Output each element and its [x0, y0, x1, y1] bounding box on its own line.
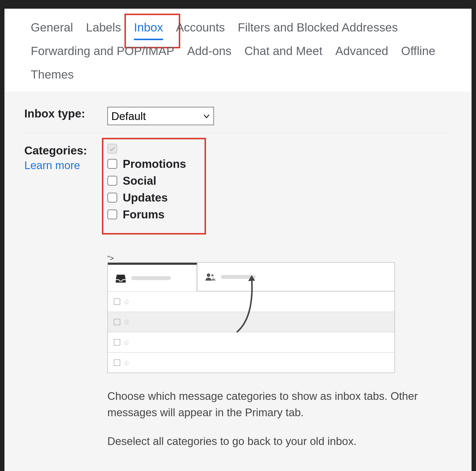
checkbox-promotions[interactable]	[107, 159, 117, 169]
settings-tabs: General Labels Inbox Accounts Filters an…	[4, 9, 472, 92]
preview-row: ☆	[108, 312, 394, 332]
category-item-primary	[107, 144, 186, 154]
category-label: Updates	[123, 191, 168, 204]
categories-row: Categories: Learn more Promotions	[24, 133, 452, 232]
preview-row: ☆	[108, 291, 394, 312]
placeholder-bar	[131, 276, 171, 280]
checkbox-social[interactable]	[107, 176, 117, 186]
checkbox-primary	[107, 144, 117, 154]
inbox-type-row: Inbox type: Default	[24, 104, 452, 133]
people-icon	[205, 273, 216, 281]
tab-addons[interactable]: Add-ons	[181, 40, 238, 63]
category-label: Social	[123, 174, 156, 187]
tab-chat[interactable]: Chat and Meet	[238, 40, 329, 63]
tab-general[interactable]: General	[24, 16, 80, 40]
tab-accounts[interactable]: Accounts	[170, 16, 231, 40]
preview-tab-empty	[296, 263, 394, 291]
learn-more-link[interactable]: Learn more	[24, 159, 107, 172]
tab-labels[interactable]: Labels	[80, 16, 127, 40]
category-item-promotions: Promotions	[107, 157, 186, 171]
categories-description: Choose which message categories to show …	[107, 388, 449, 449]
inbox-type-label: Inbox type:	[24, 107, 107, 120]
svg-point-1	[211, 274, 214, 277]
category-item-social: Social	[107, 174, 186, 187]
preview-row: ☆	[108, 332, 394, 352]
inbox-preview: "> ☆ ☆	[107, 232, 452, 373]
tab-advanced[interactable]: Advanced	[329, 40, 395, 63]
category-item-forums: Forums	[107, 208, 186, 221]
categories-label: Categories:	[24, 144, 107, 157]
tab-forwarding[interactable]: Forwarding and POP/IMAP	[24, 40, 181, 63]
category-label: Forums	[123, 208, 165, 221]
tab-inbox-label: Inbox	[134, 21, 163, 34]
tab-inbox[interactable]: Inbox	[127, 16, 169, 40]
description-text: Deselect all categories to go back to yo…	[107, 433, 449, 449]
checkbox-forums[interactable]	[107, 209, 117, 219]
tab-offline[interactable]: Offline	[395, 40, 442, 63]
svg-point-0	[207, 273, 210, 277]
placeholder-bar	[221, 275, 256, 279]
preview-tab-social	[197, 263, 296, 291]
inbox-icon	[115, 273, 126, 283]
tab-themes[interactable]: Themes	[24, 63, 80, 87]
category-item-updates: Updates	[107, 191, 186, 204]
preview-tab-primary	[108, 263, 197, 291]
inbox-type-select[interactable]: Default	[107, 107, 214, 125]
tab-filters[interactable]: Filters and Blocked Addresses	[231, 16, 404, 40]
description-text: Choose which message categories to show …	[107, 388, 449, 421]
checkbox-updates[interactable]	[107, 193, 117, 203]
preview-row: ☆	[108, 352, 394, 373]
category-label: Promotions	[123, 157, 186, 171]
